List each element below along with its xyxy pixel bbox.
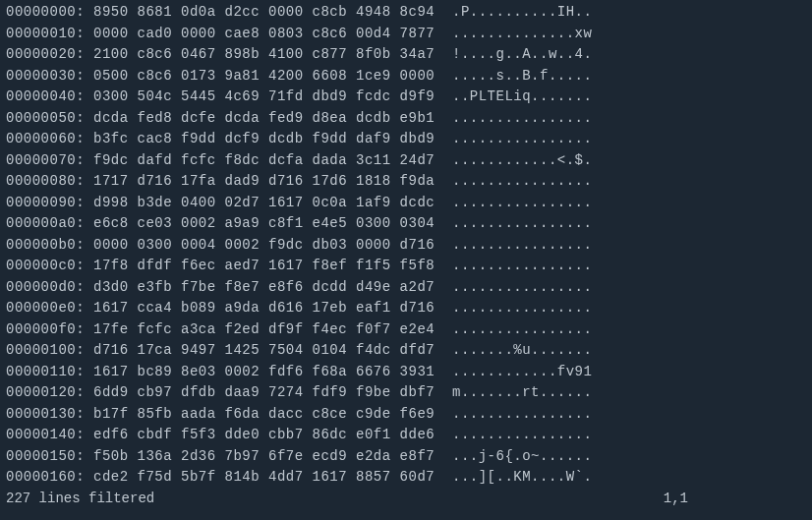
hex-ascii: ...j-6{.o~...... xyxy=(435,448,592,464)
hex-line: 000000a0: e6c8 ce03 0002 a9a9 c8f1 e4e5 … xyxy=(6,213,806,235)
hex-ascii: ...][..KM....W`. xyxy=(435,469,592,485)
status-cursor-position: 1,1 xyxy=(664,489,806,510)
hex-ascii: .P..........IH.. xyxy=(435,4,592,20)
hex-line: 00000160: cde2 f75d 5b7f 814b 4dd7 1617 … xyxy=(6,467,806,489)
hex-offset: 00000120: xyxy=(6,384,85,400)
hex-ascii: .....s..B.f..... xyxy=(435,68,592,84)
hex-bytes: 2100 c8c6 0467 898b 4100 c877 8f0b 34a7 xyxy=(85,46,435,62)
hex-ascii: .......%u....... xyxy=(435,342,592,358)
hex-ascii: !....g..A..w..4. xyxy=(435,46,592,62)
hex-offset: 000000b0: xyxy=(6,237,85,253)
hex-line: 00000020: 2100 c8c6 0467 898b 4100 c877 … xyxy=(6,44,806,66)
hex-offset: 00000150: xyxy=(6,448,85,464)
hex-bytes: f50b 136a 2d36 7b97 6f7e ecd9 e2da e8f7 xyxy=(85,448,435,464)
hex-offset: 00000060: xyxy=(6,131,85,146)
hex-offset: 00000160: xyxy=(6,469,85,485)
hex-bytes: 8950 8681 0d0a d2cc 0000 c8cb 4948 8c94 xyxy=(85,4,435,20)
hex-ascii: m.......rt...... xyxy=(435,384,592,400)
hex-ascii: ................ xyxy=(435,195,592,210)
hex-bytes: 0300 504c 5445 4c69 71fd dbd9 fcdc d9f9 xyxy=(85,88,435,104)
hex-line: 00000040: 0300 504c 5445 4c69 71fd dbd9 … xyxy=(6,87,806,108)
hex-bytes: 0000 0300 0004 0002 f9dc db03 0000 d716 xyxy=(85,237,435,253)
hex-bytes: 17f8 dfdf f6ec aed7 1617 f8ef f1f5 f5f8 xyxy=(85,258,435,273)
hex-line: 00000070: f9dc dafd fcfc f8dc dcfa dada … xyxy=(6,150,806,172)
hex-offset: 00000130: xyxy=(6,406,85,422)
hex-bytes: 1617 bc89 8e03 0002 fdf6 f68a 6676 3931 xyxy=(85,364,435,379)
status-bar: 227 lines filtered 1,1 xyxy=(6,489,806,510)
hex-line: 000000e0: 1617 cca4 b089 a9da d616 17eb … xyxy=(6,298,806,319)
hex-ascii: ..PLTELiq....... xyxy=(435,88,592,104)
hex-line: 00000060: b3fc cac8 f9dd dcf9 dcdb f9dd … xyxy=(6,129,806,150)
hex-offset: 00000070: xyxy=(6,152,85,168)
hex-line: 000000b0: 0000 0300 0004 0002 f9dc db03 … xyxy=(6,235,806,257)
hex-ascii: ................ xyxy=(435,215,592,231)
hex-bytes: b17f 85fb aada f6da dacc c8ce c9de f6e9 xyxy=(85,406,435,422)
hex-line: 000000c0: 17f8 dfdf f6ec aed7 1617 f8ef … xyxy=(6,256,806,277)
hex-bytes: 17fe fcfc a3ca f2ed df9f f4ec f0f7 e2e4 xyxy=(85,321,435,337)
hex-ascii: ............fv91 xyxy=(435,364,592,379)
hex-offset: 000000d0: xyxy=(6,279,85,295)
hex-offset: 00000030: xyxy=(6,68,85,84)
hex-ascii: ................ xyxy=(435,406,592,422)
hex-line: 00000010: 0000 cad0 0000 cae8 0803 c8c6 … xyxy=(6,24,806,45)
hex-ascii: ................ xyxy=(435,173,592,189)
hex-offset: 000000a0: xyxy=(6,215,85,231)
hex-ascii: ................ xyxy=(435,300,592,316)
hex-offset: 00000040: xyxy=(6,88,85,104)
hex-bytes: cde2 f75d 5b7f 814b 4dd7 1617 8857 60d7 xyxy=(85,469,435,485)
hex-bytes: 1617 cca4 b089 a9da d616 17eb eaf1 d716 xyxy=(85,300,435,316)
hex-ascii: ................ xyxy=(435,110,592,126)
hex-offset: 00000090: xyxy=(6,195,85,210)
hexdump-container: 00000000: 8950 8681 0d0a d2cc 0000 c8cb … xyxy=(6,2,806,489)
hex-offset: 00000080: xyxy=(6,173,85,189)
hex-ascii: ..............xw xyxy=(435,26,592,41)
hex-bytes: 0000 cad0 0000 cae8 0803 c8c6 00d4 7877 xyxy=(85,26,435,41)
hex-offset: 000000c0: xyxy=(6,258,85,273)
hex-line: 00000050: dcda fed8 dcfe dcda fed9 d8ea … xyxy=(6,108,806,130)
hex-bytes: 6dd9 cb97 dfdb daa9 7274 fdf9 f9be dbf7 xyxy=(85,384,435,400)
hex-bytes: f9dc dafd fcfc f8dc dcfa dada 3c11 24d7 xyxy=(85,152,435,168)
status-filter-message: 227 lines filtered xyxy=(6,489,154,510)
hex-line: 00000110: 1617 bc89 8e03 0002 fdf6 f68a … xyxy=(6,362,806,383)
hex-offset: 00000050: xyxy=(6,110,85,126)
hex-offset: 00000110: xyxy=(6,364,85,379)
hex-ascii: ................ xyxy=(435,279,592,295)
hex-offset: 00000020: xyxy=(6,46,85,62)
hex-ascii: ................ xyxy=(435,237,592,253)
hex-line: 00000090: d998 b3de 0400 02d7 1617 0c0a … xyxy=(6,193,806,214)
hex-line: 00000080: 1717 d716 17fa dad9 d716 17d6 … xyxy=(6,171,806,193)
hex-bytes: d3d0 e3fb f7be f8e7 e8f6 dcdd d49e a2d7 xyxy=(85,279,435,295)
hex-bytes: 1717 d716 17fa dad9 d716 17d6 1818 f9da xyxy=(85,173,435,189)
hex-line: 00000150: f50b 136a 2d36 7b97 6f7e ecd9 … xyxy=(6,446,806,468)
hex-line: 00000100: d716 17ca 9497 1425 7504 0104 … xyxy=(6,340,806,362)
hex-line: 000000f0: 17fe fcfc a3ca f2ed df9f f4ec … xyxy=(6,319,806,341)
hex-line: 00000140: edf6 cbdf f5f3 dde0 cbb7 86dc … xyxy=(6,425,806,446)
hex-bytes: edf6 cbdf f5f3 dde0 cbb7 86dc e0f1 dde6 xyxy=(85,427,435,442)
hex-ascii: ............<.$. xyxy=(435,152,592,168)
hex-offset: 000000f0: xyxy=(6,321,85,337)
hex-ascii: ................ xyxy=(435,258,592,273)
hex-ascii: ................ xyxy=(435,321,592,337)
hex-line: 00000000: 8950 8681 0d0a d2cc 0000 c8cb … xyxy=(6,2,806,24)
hex-offset: 00000010: xyxy=(6,26,85,41)
hex-bytes: d716 17ca 9497 1425 7504 0104 f4dc dfd7 xyxy=(85,342,435,358)
hex-line: 000000d0: d3d0 e3fb f7be f8e7 e8f6 dcdd … xyxy=(6,277,806,299)
hex-ascii: ................ xyxy=(435,427,592,442)
hex-bytes: d998 b3de 0400 02d7 1617 0c0a 1af9 dcdc xyxy=(85,195,435,210)
hex-bytes: 0500 c8c6 0173 9a81 4200 6608 1ce9 0000 xyxy=(85,68,435,84)
hex-bytes: b3fc cac8 f9dd dcf9 dcdb f9dd daf9 dbd9 xyxy=(85,131,435,146)
hex-offset: 00000100: xyxy=(6,342,85,358)
hex-ascii: ................ xyxy=(435,131,592,146)
hex-offset: 000000e0: xyxy=(6,300,85,316)
hex-offset: 00000000: xyxy=(6,4,85,20)
hex-line: 00000030: 0500 c8c6 0173 9a81 4200 6608 … xyxy=(6,66,806,87)
hex-bytes: dcda fed8 dcfe dcda fed9 d8ea dcdb e9b1 xyxy=(85,110,435,126)
hex-offset: 00000140: xyxy=(6,427,85,442)
hex-line: 00000130: b17f 85fb aada f6da dacc c8ce … xyxy=(6,404,806,426)
hex-bytes: e6c8 ce03 0002 a9a9 c8f1 e4e5 0300 0304 xyxy=(85,215,435,231)
hex-line: 00000120: 6dd9 cb97 dfdb daa9 7274 fdf9 … xyxy=(6,382,806,404)
